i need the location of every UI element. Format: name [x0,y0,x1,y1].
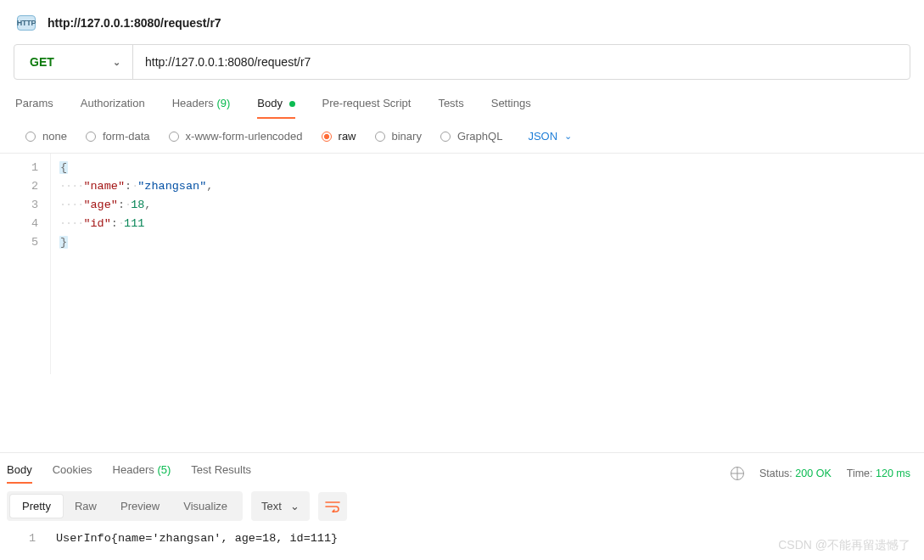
tab-settings[interactable]: Settings [491,97,531,118]
tab-headers-label: Headers [172,97,214,109]
body-type-raw-label: raw [339,130,356,143]
code-line: { [59,159,924,177]
code-line: UserInfo{name='zhangsan', age=18, id=111… [56,529,924,548]
wrap-icon [325,501,340,512]
response-status: Status: 200 OK Time: 120 ms [731,467,910,480]
chevron-down-icon: ⌄ [564,131,572,142]
radio-icon [169,132,179,142]
tab-body-label: Body [257,97,283,109]
resp-tab-test-results[interactable]: Test Results [191,463,251,483]
body-type-graphql-label: GraphQL [457,130,502,143]
body-type-binary[interactable]: binary [375,130,422,143]
tab-prerequest[interactable]: Pre-request Script [322,97,412,118]
body-type-raw[interactable]: raw [322,130,356,143]
tab-headers[interactable]: Headers (9) [172,97,231,118]
line-number: 2 [0,177,38,196]
tab-authorization[interactable]: Authorization [81,97,145,118]
resp-view-visualize[interactable]: Visualize [171,495,239,518]
radio-icon [375,132,385,142]
line-number: 1 [0,529,36,548]
page-title: http://127.0.0.1:8080/request/r7 [48,16,221,30]
resp-tab-headers[interactable]: Headers (5) [113,463,171,483]
response-header-row: Body Cookies Headers (5) Test Results St… [0,453,924,483]
resp-tab-headers-count: (5) [157,463,171,476]
line-number: 5 [0,233,38,252]
time-value: 120 ms [876,468,910,479]
resp-tab-body[interactable]: Body [7,463,32,483]
radio-icon [440,132,451,142]
response-body-viewer[interactable]: 1 UserInfo{name='zhangsan', age=18, id=1… [0,529,924,560]
status-block: Status: 200 OK [759,468,832,479]
body-type-binary-label: binary [392,130,422,143]
resp-view-pretty[interactable]: Pretty [10,495,63,518]
body-type-row: none form-data x-www-form-urlencoded raw… [0,118,924,154]
code-line: ····"id":·111 [59,215,924,233]
chevron-down-icon: ⌄ [290,500,300,512]
status-label: Status: [759,468,792,479]
body-indicator-dot [289,101,295,107]
tab-params[interactable]: Params [15,97,53,118]
resp-tab-cookies[interactable]: Cookies [53,463,92,483]
tab-headers-count: (9) [216,97,230,109]
body-type-form-data-label: form-data [103,130,150,143]
resp-view-raw[interactable]: Raw [63,495,109,518]
line-number: 1 [0,159,38,177]
request-body-editor[interactable]: 1 2 3 4 5 { ····"name":·"zhangsan", ····… [0,154,924,374]
time-label: Time: [847,468,873,479]
body-type-graphql[interactable]: GraphQL [440,130,502,143]
response-format-value: Text [261,500,282,512]
http-method-value: GET [30,55,54,69]
response-format-select[interactable]: Text ⌄ [251,491,310,521]
raw-language-value: JSON [528,130,557,143]
response-toolbar: Pretty Raw Preview Visualize Text ⌄ [0,483,924,529]
code-line: ····"name":·"zhangsan", [59,177,924,196]
radio-icon [322,132,332,142]
code-line: ····"age":·18, [59,196,924,215]
body-type-form-data[interactable]: form-data [86,130,150,143]
body-type-xwww-label: x-www-form-urlencoded [186,130,303,143]
tab-body[interactable]: Body [257,97,294,118]
body-type-none[interactable]: none [25,130,67,143]
globe-icon[interactable] [731,467,744,480]
response-panel: Body Cookies Headers (5) Test Results St… [0,452,924,560]
title-bar: HTTP http://127.0.0.1:8080/request/r7 [0,0,924,41]
body-type-xwww[interactable]: x-www-form-urlencoded [169,130,303,143]
response-view-segment: Pretty Raw Preview Visualize [7,491,243,521]
resp-view-preview[interactable]: Preview [109,495,171,518]
status-value: 200 OK [795,468,831,479]
body-type-none-label: none [42,130,67,143]
editor-gutter: 1 2 3 4 5 [0,154,51,374]
raw-language-select[interactable]: JSON ⌄ [528,130,572,143]
resp-tab-headers-label: Headers [113,463,154,476]
http-icon: HTTP [17,15,36,31]
line-number: 3 [0,196,38,215]
tab-tests[interactable]: Tests [438,97,463,118]
radio-icon [86,132,96,142]
response-content: UserInfo{name='zhangsan', age=18, id=111… [48,529,924,548]
response-gutter: 1 [0,529,48,548]
wrap-lines-button[interactable] [318,492,347,521]
editor-content[interactable]: { ····"name":·"zhangsan", ····"age":·18,… [51,154,924,374]
chevron-down-icon: ⌄ [113,57,120,68]
url-input[interactable] [133,45,910,79]
line-number: 4 [0,215,38,233]
http-method-select[interactable]: GET ⌄ [14,45,133,79]
request-tabs: Params Authorization Headers (9) Body Pr… [0,80,924,118]
radio-icon [25,132,36,142]
time-block: Time: 120 ms [847,468,910,479]
code-line: } [59,233,924,252]
request-row: GET ⌄ [14,44,910,80]
response-tabs: Body Cookies Headers (5) Test Results [7,463,251,483]
